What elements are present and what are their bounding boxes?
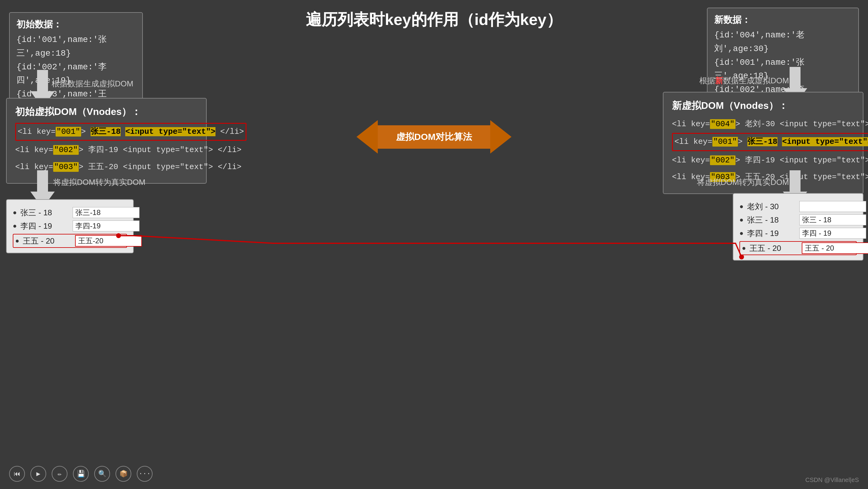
arrow-label-right-2: 将虚拟DOM转为真实DOM xyxy=(697,177,789,188)
control-save[interactable]: 💾 xyxy=(73,466,89,482)
new-real-dom-row-1: ● 老刘 - 30 xyxy=(739,201,857,212)
new-real-dom-input-3[interactable] xyxy=(799,228,866,239)
vdom-line-2: <li key="002"> 李四-19 <input type="text">… xyxy=(15,143,197,157)
arrow-label-left-2: 将虚拟DOM转为真实DOM xyxy=(53,177,145,188)
real-dom-row-1: ● 张三 - 18 xyxy=(13,207,127,218)
real-dom-input-2[interactable] xyxy=(73,221,140,231)
new-vdom-line-2: <li key="001"> 张三-18 <input type="text">… xyxy=(672,133,854,151)
new-real-dom-box: ● 老刘 - 30 ● 张三 - 18 ● 李四 - 19 ● 王五 - 20 xyxy=(733,193,863,261)
real-dom-row-2: ● 李四 - 19 xyxy=(13,221,127,231)
control-box[interactable]: 📦 xyxy=(116,466,131,482)
center-label: 虚拟DOM对比算法 xyxy=(396,131,472,143)
initial-data-label: 初始数据： xyxy=(17,18,135,31)
control-play[interactable]: ▶ xyxy=(30,466,46,482)
arrow-label-left-1: 根据数据生成虚拟DOM xyxy=(52,79,133,89)
new-data-label: 新数据： xyxy=(714,14,851,26)
initial-data-line-1: {id:'001',name:'张三',age:18} xyxy=(17,33,135,60)
new-vdom-title: 新虚拟DOM（Vnodes）： xyxy=(672,99,854,113)
real-dom-input-3[interactable] xyxy=(75,235,142,247)
control-prev[interactable]: ⏮ xyxy=(9,466,25,482)
control-more[interactable]: ··· xyxy=(137,466,153,482)
real-dom-row-3-outlined: ● 王五 - 20 xyxy=(13,234,127,248)
control-edit[interactable]: ✏ xyxy=(52,466,67,482)
watermark: CSDN @Villanel|eS xyxy=(805,477,859,484)
real-dom-input-1[interactable] xyxy=(73,207,140,218)
new-real-dom-row-3: ● 李四 - 19 xyxy=(739,228,857,239)
new-real-dom-input-2[interactable] xyxy=(799,214,866,225)
new-real-dom-row-2: ● 张三 - 18 xyxy=(739,214,857,225)
new-vdom-line-3: <li key="002"> 李四-19 <input type="text">… xyxy=(672,153,854,168)
vdom-line-1: <li key="001"> 张三-18 <input type="text">… xyxy=(15,123,197,141)
new-real-dom-input-4[interactable] xyxy=(802,242,868,254)
center-double-arrow: 虚拟DOM对比算法 xyxy=(356,120,512,153)
new-real-dom-row-4-outlined: ● 王五 - 20 xyxy=(739,241,857,255)
bottom-controls: ⏮ ▶ ✏ 💾 🔍 📦 ··· xyxy=(9,466,153,482)
control-search[interactable]: 🔍 xyxy=(94,466,110,482)
new-data-line-1: {id:'004',name:'老刘',age:30} xyxy=(714,29,851,56)
arrow-label-right-1: 根据新数据生成虚拟DOM xyxy=(699,76,789,86)
initial-real-dom-box: ● 张三 - 18 ● 李四 - 19 ● 王五 - 20 xyxy=(6,199,134,253)
new-vdom-line-1: <li key="004"> 老刘-30 <input type="text">… xyxy=(672,117,854,132)
new-real-dom-input-1[interactable] xyxy=(799,201,866,212)
initial-vdom-title: 初始虚拟DOM（Vnodes）： xyxy=(15,105,197,119)
